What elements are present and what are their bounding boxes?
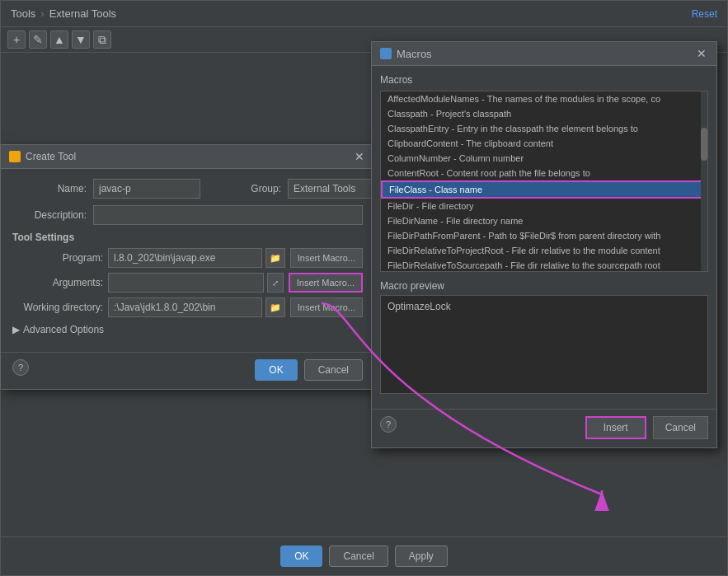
create-tool-cancel-button[interactable]: Cancel [304,359,363,381]
create-tool-help-button[interactable]: ? [12,359,29,376]
breadcrumb: Tools › External Tools [11,7,116,20]
working-dir-label: Working directory: [12,302,103,313]
create-tool-dialog-header: Create Tool ✕ [1,145,374,169]
main-apply-button[interactable]: Apply [395,546,448,567]
breadcrumb-tools: Tools [11,7,35,20]
macros-dialog-title: Macros [380,48,432,60]
macros-dialog-header: Macros ✕ [372,42,716,66]
macro-item-8[interactable]: FileDirName - File directory name [381,213,707,228]
create-tool-ok-button[interactable]: OK [255,359,297,381]
macros-cancel-button[interactable]: Cancel [653,416,708,439]
arguments-input-wrap: ⤢ [108,273,284,293]
advanced-options-label: Advanced Options [23,324,104,335]
description-input[interactable] [93,205,363,225]
main-dialog-footer: OK Cancel Apply [1,536,727,575]
description-row: Description: [12,205,363,225]
main-cancel-button[interactable]: Cancel [329,546,387,567]
working-dir-folder-button[interactable]: 📁 [265,297,285,317]
tool-icon [9,151,21,162]
main-ok-button[interactable]: OK [280,546,322,567]
breadcrumb-separator: › [40,7,44,20]
macro-item-6[interactable]: FileClass - Class name [381,180,707,199]
macro-item-2[interactable]: ClasspathEntry - Entry in the classpath … [381,121,707,136]
macro-item-4[interactable]: ColumnNumber - Column number [381,151,707,166]
macros-list[interactable]: AffectedModuleNames - The names of the m… [380,91,708,272]
macros-icon [380,48,392,59]
macros-list-scrollbar[interactable] [701,91,707,271]
macros-dialog-body: Macros AffectedModuleNames - The names o… [372,66,716,409]
advanced-options-arrow: ▶ [12,324,20,335]
program-input-wrap: 📁 [108,248,285,268]
ext-tools-header: Tools › External Tools Reset [1,1,727,27]
program-row: Program: 📁 Insert Macro... [12,248,363,268]
macros-section-label: Macros [380,74,708,86]
arguments-input[interactable] [108,273,264,293]
working-dir-input-wrap: 📁 [108,297,285,317]
macro-item-11[interactable]: FileDirRelativeToSourcepath - File dir r… [381,258,707,272]
macros-insert-button[interactable]: Insert [585,416,646,439]
macros-close-button[interactable]: ✕ [695,47,708,60]
create-tool-dialog-body: Name: Group: ▼ Description: Tool Setting… [1,169,374,352]
add-tool-button[interactable]: + [7,30,26,49]
macro-preview-box: OptimazeLock [380,295,708,394]
program-input[interactable] [108,248,262,268]
macro-preview-label: Macro preview [380,280,708,292]
macro-item-1[interactable]: Classpath - Project's classpath [381,106,707,121]
name-input[interactable] [93,179,200,199]
program-folder-button[interactable]: 📁 [265,248,285,268]
macro-item-9[interactable]: FileDirPathFromParent - Path to $FileDir… [381,228,707,243]
name-label: Name: [12,183,87,194]
tool-settings-label: Tool Settings [12,232,363,243]
macros-list-scrollbar-thumb[interactable] [701,128,707,161]
name-row: Name: Group: ▼ [12,179,363,199]
program-insert-macro-button[interactable]: Insert Macro... [290,248,363,268]
reset-link[interactable]: Reset [692,8,717,20]
description-label: Description: [12,209,87,221]
arguments-label: Arguments: [12,277,103,288]
create-tool-dialog: Create Tool ✕ Name: Group: ▼ Description… [0,144,375,390]
program-label: Program: [12,252,103,264]
macro-item-5[interactable]: ContentRoot - Content root path the file… [381,166,707,180]
copy-tool-button[interactable]: ⧉ [93,30,111,49]
macros-help-button[interactable]: ? [380,416,397,433]
group-label: Group: [207,183,281,194]
macro-item-0[interactable]: AffectedModuleNames - The names of the m… [381,91,707,106]
working-dir-row: Working directory: 📁 Insert Macro... [12,297,363,317]
macro-item-3[interactable]: ClipboardContent - The clipboard content [381,136,707,151]
advanced-options-toggle[interactable]: ▶ Advanced Options [12,324,363,335]
working-dir-insert-macro-button[interactable]: Insert Macro... [290,297,363,317]
create-tool-dialog-title: Create Tool [9,151,76,162]
move-down-button[interactable]: ▼ [72,30,90,49]
macros-title-label: Macros [397,48,432,60]
macros-dialog: Macros ✕ Macros AffectedModuleNames - Th… [371,41,717,448]
working-dir-input[interactable] [108,297,262,317]
arguments-row: Arguments: ⤢ Insert Macro... [12,273,363,293]
arguments-insert-macro-button[interactable]: Insert Macro... [289,273,363,293]
edit-tool-button[interactable]: ✎ [29,30,47,49]
macros-dialog-footer: ? Insert Cancel [372,409,716,447]
create-tool-close-button[interactable]: ✕ [353,150,366,163]
macro-item-10[interactable]: FileDirRelativeToProjectRoot - File dir … [381,243,707,258]
macro-item-7[interactable]: FileDir - File directory [381,199,707,213]
create-tool-title-label: Create Tool [26,151,76,162]
move-up-button[interactable]: ▲ [50,30,68,49]
macro-preview-value: OptimazeLock [387,301,451,312]
arguments-expand-button[interactable]: ⤢ [267,273,284,293]
create-tool-dialog-footer: ? OK Cancel [1,352,374,389]
breadcrumb-external-tools: External Tools [49,7,116,20]
